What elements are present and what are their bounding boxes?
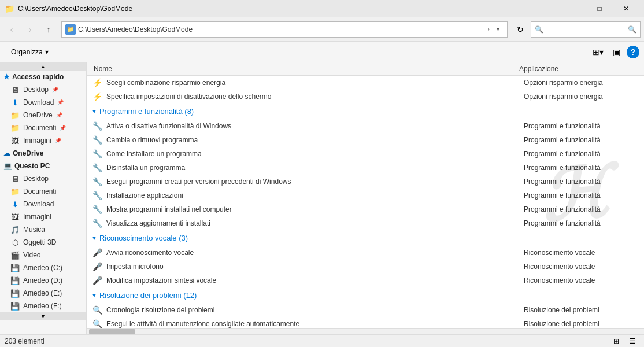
table-row[interactable]: ⚡ Scegli combinazione risparmio energia … bbox=[87, 76, 644, 90]
row-app: Programmi e funzionalità bbox=[524, 164, 639, 172]
row-icon: 🔧 bbox=[91, 217, 103, 229]
table-row[interactable]: 🔧 Visualizza aggiornamenti installati Pr… bbox=[87, 216, 644, 230]
table-row[interactable]: ⚡ Specifica impostazioni di disattivazio… bbox=[87, 90, 644, 104]
onedrive-icon: 📁 bbox=[10, 110, 20, 120]
table-row[interactable]: 🔧 Esegui programmi creati per versioni p… bbox=[87, 175, 644, 189]
oggetti3d-pc-icon: ⬡ bbox=[10, 238, 20, 247]
table-row[interactable]: 🎤 Modifica impostazioni sintesi vocale R… bbox=[87, 274, 644, 287]
address-chevron-icon: › bbox=[488, 26, 490, 32]
view-panel-button[interactable]: ▣ bbox=[608, 45, 624, 60]
sidebar-item-immagini-pc[interactable]: 🖼 Immagini bbox=[0, 211, 86, 223]
row-name: Esegui programmi creati per versioni pre… bbox=[106, 178, 524, 186]
refresh-button[interactable]: ↻ bbox=[512, 21, 528, 38]
col-name-header[interactable]: Nome bbox=[89, 62, 515, 75]
table-row[interactable]: 🎤 Avvia riconoscimento vocale Riconoscim… bbox=[87, 246, 644, 260]
sidebar-item-label: Musica bbox=[23, 226, 45, 234]
row-name: Specifica impostazioni di disattivazione… bbox=[106, 93, 524, 101]
sidebar-item-documenti-pc[interactable]: 📁 Documenti bbox=[0, 185, 86, 198]
desktop-pc-icon: 🖥 bbox=[10, 174, 20, 183]
section-programmi-header[interactable]: ▼ Programmi e funzionalità (8) bbox=[87, 104, 644, 119]
sidebar-scroll-down[interactable]: ▼ bbox=[0, 312, 86, 320]
row-icon: 🔧 bbox=[91, 190, 103, 201]
row-app: Programmi e funzionalità bbox=[524, 191, 639, 200]
sidebar-item-onedrive-quick[interactable]: 📁 OneDrive 📌 bbox=[0, 109, 86, 121]
drive-c-icon: 💾 bbox=[10, 263, 20, 272]
row-app: Programmi e funzionalità bbox=[524, 205, 639, 213]
sidebar-item-download-quick[interactable]: ⬇ Download 📌 bbox=[0, 96, 86, 109]
table-row[interactable]: 🔧 Installazione applicazioni Programmi e… bbox=[87, 189, 644, 202]
forward-button[interactable]: › bbox=[22, 21, 38, 38]
titlebar-path: C:\Users\Amedeo\Desktop\GodMode bbox=[18, 5, 132, 13]
row-name: Modifica impostazioni sintesi vocale bbox=[106, 276, 524, 285]
row-icon: 🔍 bbox=[91, 318, 103, 330]
view-grid-button[interactable]: ⊞▾ bbox=[590, 45, 606, 60]
table-row[interactable]: 🔧 Come installare un programma Programmi… bbox=[87, 147, 644, 161]
organize-button[interactable]: Organizza ▾ bbox=[5, 45, 55, 60]
sidebar-onedrive-header[interactable]: ☁ OneDrive bbox=[0, 147, 86, 160]
sidebar-item-desktop-pc[interactable]: 🖥 Desktop bbox=[0, 172, 86, 185]
section-risoluzione-header[interactable]: ▼ Risoluzione dei problemi (12) bbox=[87, 287, 644, 303]
section-chevron-icon: ▼ bbox=[91, 235, 97, 241]
pin-icon: 📌 bbox=[60, 125, 66, 131]
sidebar-item-immagini-quick[interactable]: 🖼 Immagini 📌 bbox=[0, 134, 86, 147]
row-icon: 🔧 bbox=[91, 120, 103, 132]
row-name: Visualizza aggiornamenti installati bbox=[106, 219, 524, 227]
sidebar-item-amedeo-e[interactable]: 💾 Amedeo (E:) bbox=[0, 287, 86, 300]
star-icon: ★ bbox=[3, 73, 10, 81]
sidebar-item-download-pc[interactable]: ⬇ Download bbox=[0, 198, 86, 211]
sidebar-item-documenti-quick[interactable]: 📁 Documenti 📌 bbox=[0, 121, 86, 134]
table-row[interactable]: 🔧 Attiva o disattiva funzionalità di Win… bbox=[87, 119, 644, 133]
row-icon: 🔧 bbox=[91, 176, 103, 187]
maximize-button[interactable]: □ bbox=[586, 0, 613, 17]
table-row[interactable]: 🎤 Imposta microfono Riconoscimento vocal… bbox=[87, 260, 644, 274]
section-title: Risoluzione dei problemi (12) bbox=[99, 291, 197, 300]
sidebar-item-amedeo-c[interactable]: 💾 Amedeo (C:) bbox=[0, 261, 86, 274]
drive-e-icon: 💾 bbox=[10, 289, 20, 298]
sidebar-item-desktop-quick[interactable]: 🖥 Desktop 📌 bbox=[0, 83, 86, 96]
sidebar-item-oggetti3d-pc[interactable]: ⬡ Oggetti 3D bbox=[0, 236, 86, 249]
help-button[interactable]: ? bbox=[627, 46, 639, 58]
up-button[interactable]: ↑ bbox=[40, 21, 57, 38]
table-row[interactable]: 🔍 Cronologia risoluzione dei problemi Ri… bbox=[87, 303, 644, 317]
table-row[interactable]: 🔧 Cambia o rimuovi programma Programmi e… bbox=[87, 133, 644, 147]
search-box[interactable]: 🔍 bbox=[531, 21, 641, 38]
section-title: Riconoscimento vocale (3) bbox=[99, 234, 188, 242]
sidebar-item-label: Desktop bbox=[23, 175, 49, 183]
table-row[interactable]: 🔧 Mostra programmi installati nel comput… bbox=[87, 202, 644, 216]
back-button[interactable]: ‹ bbox=[3, 21, 20, 38]
status-view-grid-button[interactable]: ⊞ bbox=[609, 335, 623, 347]
row-icon: 🔧 bbox=[91, 148, 103, 160]
row-icon: 🔧 bbox=[91, 204, 103, 215]
close-button[interactable]: ✕ bbox=[613, 0, 639, 17]
minimize-button[interactable]: ─ bbox=[560, 0, 586, 17]
sidebar-item-amedeo-d[interactable]: 💾 Amedeo (D:) bbox=[0, 274, 86, 287]
section-vocale-header[interactable]: ▼ Riconoscimento vocale (3) bbox=[87, 230, 644, 246]
sidebar-item-musica-pc[interactable]: 🎵 Musica bbox=[0, 223, 86, 236]
onedrive-section-icon: ☁ bbox=[3, 149, 10, 157]
search-input[interactable] bbox=[535, 25, 628, 34]
onedrive-label: OneDrive bbox=[13, 149, 43, 157]
horizontal-scroll-thumb[interactable] bbox=[89, 329, 135, 334]
address-bar[interactable]: 📁 C:\Users\Amedeo\Desktop\GodMode › ▾ bbox=[61, 21, 508, 38]
row-app: Riconoscimento vocale bbox=[524, 249, 639, 257]
sidebar-item-amedeo-f[interactable]: 💾 Amedeo (F:) bbox=[0, 300, 86, 312]
address-dropdown-button[interactable]: ▾ bbox=[492, 21, 504, 38]
row-icon: 🔍 bbox=[91, 304, 103, 316]
pin-icon: 📌 bbox=[55, 138, 61, 143]
sidebar-questo-pc-header[interactable]: 💻 Questo PC bbox=[0, 160, 86, 172]
sidebar-item-label: Video bbox=[23, 251, 40, 259]
horizontal-scrollbar[interactable] bbox=[87, 328, 644, 334]
status-view-list-button[interactable]: ☰ bbox=[626, 335, 639, 347]
sidebar-quick-access-header[interactable]: ★ Accesso rapido bbox=[0, 71, 86, 83]
row-app: Risoluzione dei problemi bbox=[524, 306, 639, 314]
table-row[interactable]: 🔧 Disinstalla un programma Programmi e f… bbox=[87, 161, 644, 175]
row-name: Cambia o rimuovi programma bbox=[106, 136, 524, 144]
sidebar-scroll-up[interactable]: ▲ bbox=[0, 62, 86, 71]
questo-pc-label: Questo PC bbox=[14, 162, 50, 170]
sidebar-item-video-pc[interactable]: 🎬 Video bbox=[0, 249, 86, 261]
titlebar-icon: 📁 bbox=[5, 4, 14, 13]
drive-f-icon: 💾 bbox=[10, 301, 20, 311]
download-icon: ⬇ bbox=[10, 98, 20, 107]
quick-access-label: Accesso rapido bbox=[12, 73, 64, 81]
col-app-header[interactable]: Applicazione bbox=[515, 62, 642, 75]
